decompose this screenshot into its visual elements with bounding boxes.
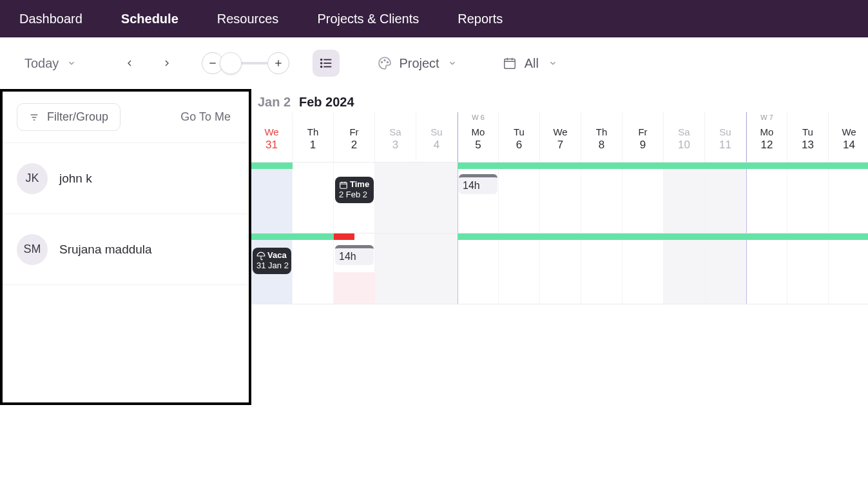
chevron-down-icon	[446, 57, 459, 70]
timeline-cell[interactable]	[664, 233, 705, 304]
availability-bar	[251, 233, 334, 240]
timeline-cell[interactable]	[581, 233, 622, 304]
timeline-cell[interactable]	[251, 163, 293, 233]
timeline-cell[interactable]	[375, 163, 416, 233]
svg-point-8	[321, 66, 322, 68]
timeline-cell[interactable]	[293, 233, 334, 304]
palette-icon	[377, 55, 392, 71]
chevron-down-icon	[65, 57, 78, 70]
zoom-control	[202, 52, 289, 74]
filter-icon	[29, 112, 39, 123]
day-of-week: Tu	[787, 126, 828, 137]
timeline-cell[interactable]	[416, 233, 458, 304]
list-view-button[interactable]	[313, 50, 340, 77]
group-dropdown[interactable]: Project	[377, 55, 458, 71]
day-header[interactable]: Sa10	[664, 112, 705, 162]
day-header[interactable]: We14	[829, 112, 868, 162]
event-chip[interactable]: Vaca31 Jan 2	[253, 248, 291, 274]
schedule-row[interactable]: Time2 Feb 214h	[251, 163, 868, 233]
group-label: Project	[399, 56, 439, 71]
timeline-cell[interactable]	[416, 163, 458, 233]
day-header[interactable]: Mo12	[746, 112, 787, 162]
day-of-month: 7	[540, 139, 581, 152]
timeline-cell[interactable]	[829, 163, 868, 233]
day-header[interactable]: Sa3	[375, 112, 416, 162]
zoom-knob[interactable]	[220, 52, 242, 74]
timeline-cell[interactable]	[705, 233, 746, 304]
day-header[interactable]: Mo5	[458, 112, 499, 162]
person-row[interactable]: SM Srujana maddula	[3, 214, 249, 285]
day-header[interactable]: Th8	[581, 112, 622, 162]
day-of-week: Th	[581, 126, 622, 137]
allocation-fill	[334, 272, 375, 304]
schedule-row[interactable]: Vaca31 Jan 214h	[251, 233, 868, 304]
today-dropdown[interactable]: Today	[19, 52, 83, 75]
day-of-month: 9	[622, 139, 663, 152]
day-header[interactable]: Fr9	[622, 112, 664, 162]
day-header[interactable]: We7	[540, 112, 581, 162]
day-header[interactable]: Fr2	[334, 112, 375, 162]
nav-item-dashboard[interactable]: Dashboard	[13, 5, 89, 33]
nav-item-projects[interactable]: Projects & Clients	[311, 5, 425, 33]
filter-group-button[interactable]: Filter/Group	[17, 103, 121, 131]
day-of-month: 14	[829, 139, 868, 152]
timeline-cell[interactable]	[622, 233, 664, 304]
timeline-cell[interactable]	[499, 233, 540, 304]
timeline-cell[interactable]	[540, 163, 581, 233]
sidebar-top: Filter/Group Go To Me	[3, 92, 249, 143]
timeline-cell[interactable]	[705, 163, 746, 233]
timeline-cell[interactable]	[787, 233, 829, 304]
day-header[interactable]: Su4	[416, 112, 458, 162]
event-chip[interactable]: Time2 Feb 2	[335, 177, 374, 203]
day-header[interactable]: Tu6	[499, 112, 540, 162]
day-header[interactable]: We31	[251, 112, 293, 162]
chevron-down-icon	[546, 57, 559, 70]
day-of-week: Mo	[747, 126, 787, 137]
timeline-cell[interactable]	[787, 163, 829, 233]
nav-item-reports[interactable]: Reports	[451, 5, 509, 33]
prev-month-label: Jan 2	[258, 95, 291, 110]
timeline[interactable]: Jan 2 Feb 2024 We31Th1Fr2Sa3Su4Mo5Tu6We7…	[251, 89, 868, 485]
timeline-cell[interactable]	[499, 163, 540, 233]
nav-item-resources[interactable]: Resources	[211, 5, 285, 33]
day-header[interactable]: Tu13	[787, 112, 829, 162]
day-of-month: 5	[458, 139, 498, 152]
chip-subtitle: 31 Jan 2	[256, 261, 289, 270]
day-of-week: Sa	[375, 126, 416, 137]
next-button[interactable]	[158, 54, 176, 72]
day-of-month: 11	[705, 139, 746, 152]
svg-point-11	[387, 62, 389, 63]
zoom-slider[interactable]	[224, 62, 267, 64]
svg-rect-12	[504, 59, 515, 69]
timeline-cell[interactable]	[458, 233, 499, 304]
timeline-cell[interactable]	[746, 163, 787, 233]
svg-point-10	[384, 60, 385, 61]
umbrella-icon	[256, 252, 265, 261]
day-header[interactable]: Th1	[293, 112, 334, 162]
timeline-cell[interactable]	[664, 163, 705, 233]
timeline-cell[interactable]	[540, 233, 581, 304]
timeline-cell[interactable]	[622, 163, 664, 233]
timeline-cell[interactable]	[293, 163, 334, 233]
timeline-cell[interactable]	[581, 163, 622, 233]
timeline-cell[interactable]	[746, 233, 787, 304]
day-of-month: 31	[251, 139, 292, 152]
timeline-cell[interactable]	[829, 233, 868, 304]
zoom-in-button[interactable]	[267, 52, 289, 74]
hours-allocation[interactable]: 14h	[459, 174, 497, 194]
timeline-cell[interactable]	[375, 233, 416, 304]
timeline-cell[interactable]	[458, 163, 499, 233]
range-dropdown[interactable]: All	[503, 56, 559, 71]
day-of-week: Tu	[499, 126, 539, 137]
avatar: SM	[17, 234, 48, 265]
chip-title: Vaca	[267, 250, 287, 260]
day-header[interactable]: Su11	[705, 112, 746, 162]
person-row[interactable]: JK john k	[3, 143, 249, 214]
go-to-me-button[interactable]: Go To Me	[180, 110, 235, 124]
hours-allocation[interactable]: 14h	[335, 245, 374, 265]
month-bar: Jan 2 Feb 2024	[251, 89, 868, 112]
prev-button[interactable]	[121, 54, 139, 72]
nav-item-schedule[interactable]: Schedule	[115, 5, 185, 33]
day-of-month: 12	[747, 139, 787, 152]
availability-bar	[458, 233, 746, 240]
